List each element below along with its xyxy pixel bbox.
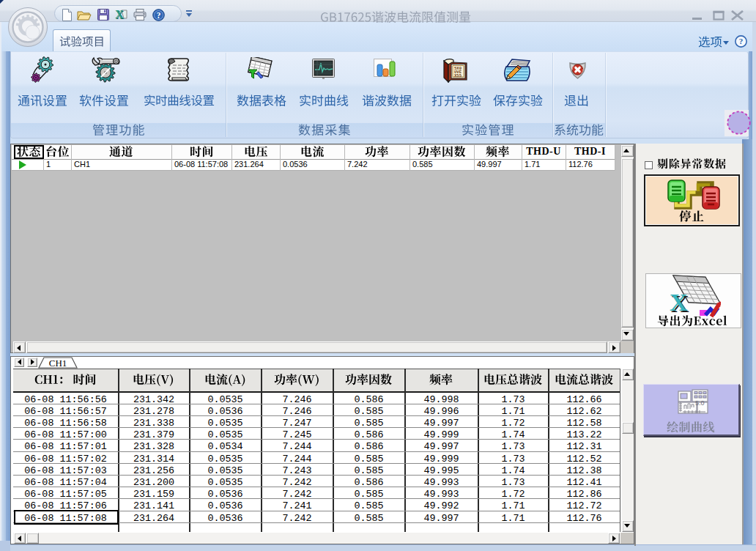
svg-text:5.0: 5.0 bbox=[695, 399, 705, 407]
svg-text:?: ? bbox=[157, 11, 161, 20]
svg-text:?: ? bbox=[739, 37, 744, 45]
svg-text:X55: X55 bbox=[454, 73, 462, 78]
svg-text:X: X bbox=[115, 9, 124, 21]
svg-text:CH1: CH1 bbox=[49, 358, 67, 369]
svg-text:X: X bbox=[670, 289, 688, 316]
